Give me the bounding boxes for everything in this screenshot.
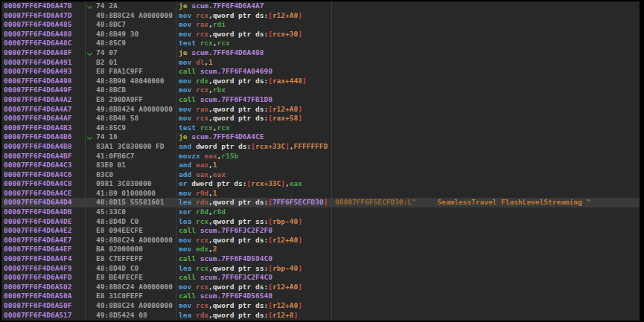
instruction-cell: lea rdx,qword ptr ds:[7FF6F5ECFD30] [179,198,328,207]
instruction-token: scum.7FF6F4D56540 [200,292,272,300]
instruction-token: ,qword ptr ds: [208,283,268,291]
disasm-row[interactable]: 00007FF6F4D6A50AE8 31C0FEFFcall scum.7FF… [1,292,640,301]
instruction-token: dword ptr ds: [191,142,251,150]
disasm-row[interactable]: 00007FF6F4D6A49848:8B90 48040000mov rdx,… [1,77,640,86]
address-cell: 00007FF6F4D6A498 [4,77,72,86]
bytes-cell: B2 01 [96,58,118,68]
bytes-cell: 48:8B90 48040000 [96,77,165,86]
instruction-cell: test rcx,rcx [179,123,230,133]
disasm-row[interactable]: 00007FF6F4D6A51749:8D5424 08lea rdx,qwor… [1,311,640,321]
instruction-token: mov [179,30,191,38]
disasm-row[interactable]: 00007FF6F4D6A48848:8B49 30mov rcx,qword … [1,30,640,39]
instruction-token: ,qword ptr ds: [208,301,268,309]
disasm-row[interactable]: 00007FF6F4D6A4A2E8 290DA9FFcall scum.7FF… [1,95,640,105]
instruction-token: ,qword ptr ds: [208,11,268,19]
instruction-token: or [179,179,187,187]
disasm-row[interactable]: 00007FF6F4D6A49F48:8BCBmov rcx,rbx [1,86,640,95]
instruction-token: r12+A0 [272,283,298,291]
address-cell: 00007FF6F4D6A502 [4,283,72,292]
disasm-row[interactable]: 00007FF6F4D6A4C80981 3C030000or dword pt… [1,179,640,189]
instruction-token: lea [179,198,191,206]
instruction-token: 7FF6F5ECFD30 [272,198,324,206]
instruction-token: mov [179,301,191,309]
disasm-row[interactable]: 00007FF6F4D6A4BF41:0FB6C7movzx eax,r15b [1,152,640,161]
bytes-cell: 41:0FB6C7 [96,152,134,161]
instruction-token: movzx [179,152,200,160]
disasm-row[interactable]: 00007FF6F4D6A4A749:8B8424 A0000000mov ra… [1,105,640,115]
disasm-row[interactable]: 00007FF6F4D6A48548:8BC7mov rax,rdi [1,20,640,30]
disassembly-rows: 00007FF6F4D6A47B74 2Aje scum.7FF6F4D6A4A… [1,1,640,320]
disasm-row[interactable]: 00007FF6F4D6A4DB45:33C0xor r8d,r8d [1,207,640,217]
instruction-token: scum.7FF6F3C2F4C0 [200,273,272,281]
bytes-cell: 49:8B8C24 A0000000 [96,11,173,21]
instruction-token: je [179,48,187,57]
instruction-token: mov [179,20,191,28]
disasm-row[interactable]: 00007FF6F4D6A4CE41:B9 01000000mov r9d,1 [1,189,640,199]
instruction-token: dl [196,58,204,66]
instruction-cell: mov rcx,rbx [179,86,226,95]
instruction-cell: mov rcx,qword ptr ds:[r12+A0] [179,11,302,21]
address-cell: 00007FF6F4D6A4A2 [4,95,72,105]
instruction-token: mov [179,245,191,253]
disasm-row[interactable]: 00007FF6F4D6A4E2E8 094EECFEcall scum.7FF… [1,226,640,236]
disasm-row[interactable]: 00007FF6F4D6A4B883A1 3C030000 FDand dwor… [1,142,640,152]
bytes-cell: 48:8D4D C0 [96,217,138,227]
disasm-row[interactable]: 00007FF6F4D6A4AF48:8B48 58mov rcx,qword … [1,114,640,123]
instruction-token: scum.7FF6F4A04690 [200,67,272,75]
column-separator [176,1,176,321]
instruction-token: mov [179,114,191,122]
instruction-token: rcx [196,11,208,19]
disasm-row[interactable]: 00007FF6F4D6A4E749:8B8C24 A0000000mov rc… [1,236,640,245]
disasm-row[interactable]: 00007FF6F4D6A4C383E0 01and eax,1 [1,161,640,170]
instruction-cell: call scum.7FF6F4D594C0 [179,254,272,264]
instruction-token: rcx [196,30,208,38]
address-cell: 00007FF6F4D6A4A7 [4,105,72,115]
disasm-row[interactable]: 00007FF6F4D6A47D49:8B8C24 A0000000mov rc… [1,11,640,21]
disasm-row[interactable]: 00007FF6F4D6A48C48:85C9test rcx,rcx [1,39,640,48]
instruction-token: ] [298,11,302,19]
instruction-token: and [179,161,191,169]
instruction-token: rcx [196,86,208,94]
address-cell: 00007FF6F4D6A493 [4,67,72,77]
instruction-token: ] [324,198,328,206]
address-cell: 00007FF6F4D6A4DB [4,207,72,217]
instruction-cell: or dword ptr ds:[rcx+33C],eax [179,179,302,189]
address-cell: 00007FF6F4D6A4FD [4,273,72,283]
disasm-row[interactable]: 00007FF6F4D6A4F948:8D4D C0lea rcx,qword … [1,264,640,274]
instruction-token: xor [179,207,191,216]
bytes-cell: E8 C7EFFEFF [96,254,143,264]
disasm-row[interactable]: 00007FF6F4D6A50249:8B8C24 A0000000mov rc… [1,283,640,292]
instruction-token: ] [298,30,302,38]
instruction-token: eax [196,170,208,178]
disasm-row[interactable]: 00007FF6F4D6A4B674 16je scum.7FF6F4D6A4C… [1,132,640,142]
bytes-cell: E8 290DA9FF [96,95,143,105]
instruction-token: scum.7FF6F4D6A4A7 [191,1,264,10]
instruction-token: je [179,1,187,10]
disasm-row[interactable]: 00007FF6F4D6A4F4E8 C7EFFEFFcall scum.7FF… [1,254,640,264]
disassembly-view: 00007FF6F4D6A47B74 2Aje scum.7FF6F4D6A4A… [1,1,640,321]
instruction-cell: lea rcx,qword ptr ss:[rbp-40] [179,264,302,274]
instruction-token: dword ptr ds: [187,179,246,187]
address-cell: 00007FF6F4D6A4C3 [4,161,72,170]
disasm-row[interactable]: 00007FF6F4D6A4B348:85C9test rcx,rcx [1,123,640,133]
disasm-row[interactable]: 00007FF6F4D6A493E8 F8A1C9FFcall scum.7FF… [1,67,640,77]
disasm-row-selected[interactable]: 00007FF6F4D6A4D448:8D15 55581601lea rdx,… [1,198,640,207]
instruction-token: r12+A0 [272,236,298,244]
disasm-row[interactable]: 00007FF6F4D6A48F74 07je scum.7FF6F4D6A49… [1,48,640,58]
disasm-row[interactable]: 00007FF6F4D6A4DE48:8D4D C0lea rcx,qword … [1,217,640,227]
disasm-row[interactable]: 00007FF6F4D6A4C603C0add eax,eax [1,170,640,180]
instruction-token: ] [294,311,299,319]
disasm-row[interactable]: 00007FF6F4D6A50F49:8B8C24 A0000000mov rc… [1,301,640,311]
instruction-cell: lea rcx,qword ptr ss:[rbp-40] [179,217,302,227]
disasm-row[interactable]: 00007FF6F4D6A4FDE8 BE4FECFEcall scum.7FF… [1,273,640,283]
disasm-row[interactable]: 00007FF6F4D6A491B2 01mov dl,1 [1,58,640,68]
disasm-row[interactable]: 00007FF6F4D6A4EFBA 02000000mov edx,2 [1,245,640,254]
disasm-row[interactable]: 00007FF6F4D6A47B74 2Aje scum.7FF6F4D6A4A… [1,1,640,11]
instruction-token: eax [196,161,208,169]
instruction-cell: xor r8d,r8d [179,207,226,217]
instruction-token: call [179,254,196,263]
chevron-down-icon [87,51,92,56]
instruction-cell: call scum.7FF6F47FB1D0 [179,95,272,105]
instruction-token: rcx [196,217,208,225]
instruction-token: eax [290,179,302,187]
